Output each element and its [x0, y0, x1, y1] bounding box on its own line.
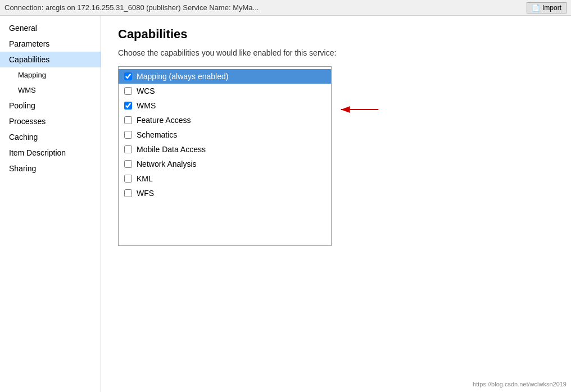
capability-label-wfs: WFS	[137, 189, 154, 198]
import-label: Import	[542, 4, 561, 12]
sidebar-item-item-description[interactable]: Item Description	[0, 145, 101, 161]
watermark: https://blog.csdn.net/wclwksn2019	[473, 381, 567, 388]
red-arrow-annotation	[337, 101, 382, 118]
capabilities-description: Choose the capabilities you would like e…	[118, 48, 554, 57]
sidebar-item-sharing[interactable]: Sharing	[0, 161, 101, 176]
capability-checkbox-feature-access[interactable]	[124, 116, 132, 124]
sidebar-item-processes[interactable]: Processes	[0, 113, 101, 129]
connection-info: Connection: arcgis on 172.16.255.31_6080…	[4, 3, 527, 12]
capability-label-feature-access: Feature Access	[137, 116, 191, 125]
capabilities-annotation: Mapping (always enabled)WCSWMSFeature Ac…	[118, 66, 332, 246]
capability-label-schematics: Schematics	[137, 130, 177, 139]
capability-checkbox-wms[interactable]	[124, 102, 132, 110]
capability-label-wms: WMS	[137, 101, 156, 110]
capability-label-mobile-data-access: Mobile Data Access	[137, 145, 206, 154]
capability-label-kml: KML	[137, 174, 153, 183]
sidebar-item-general[interactable]: General	[0, 20, 101, 36]
capability-item-wcs[interactable]: WCS	[119, 84, 331, 98]
top-bar-actions: 📄 Import	[527, 2, 567, 13]
capability-checkbox-schematics[interactable]	[124, 131, 132, 139]
main-container: GeneralParametersCapabilitiesMappingWMSP…	[0, 16, 571, 392]
capability-item-mapping[interactable]: Mapping (always enabled)	[119, 69, 331, 84]
capability-item-feature-access[interactable]: Feature Access	[119, 113, 331, 127]
capability-checkbox-kml[interactable]	[124, 175, 132, 183]
import-button[interactable]: 📄 Import	[527, 2, 567, 13]
capability-checkbox-mapping[interactable]	[124, 72, 132, 80]
content-area: Capabilities Choose the capabilities you…	[101, 16, 571, 392]
capability-checkbox-network-analysis[interactable]	[124, 160, 132, 168]
sidebar-item-capabilities[interactable]: Capabilities	[0, 52, 101, 67]
capability-item-wfs[interactable]: WFS	[119, 186, 331, 200]
capability-checkbox-wcs[interactable]	[124, 87, 132, 95]
capability-item-schematics[interactable]: Schematics	[119, 127, 331, 142]
import-icon: 📄	[532, 4, 540, 12]
sidebar-item-mapping[interactable]: Mapping	[0, 67, 101, 83]
capability-label-network-analysis: Network Analysis	[137, 159, 197, 168]
capability-checkbox-wfs[interactable]	[124, 189, 132, 197]
page-title: Capabilities	[118, 27, 554, 42]
capability-item-kml[interactable]: KML	[119, 171, 331, 186]
capability-label-mapping: Mapping (always enabled)	[137, 72, 228, 81]
top-bar: Connection: arcgis on 172.16.255.31_6080…	[0, 0, 571, 16]
capability-item-mobile-data-access[interactable]: Mobile Data Access	[119, 142, 331, 157]
sidebar-item-wms-nav[interactable]: WMS	[0, 83, 101, 98]
sidebar: GeneralParametersCapabilitiesMappingWMSP…	[0, 16, 101, 392]
capability-checkbox-mobile-data-access[interactable]	[124, 145, 132, 153]
sidebar-item-pooling[interactable]: Pooling	[0, 98, 101, 113]
capabilities-list: Mapping (always enabled)WCSWMSFeature Ac…	[118, 66, 332, 246]
sidebar-item-caching[interactable]: Caching	[0, 129, 101, 145]
sidebar-item-parameters[interactable]: Parameters	[0, 36, 101, 52]
capability-item-network-analysis[interactable]: Network Analysis	[119, 157, 331, 171]
capability-label-wcs: WCS	[137, 86, 155, 95]
capability-item-wms[interactable]: WMS	[119, 98, 331, 113]
